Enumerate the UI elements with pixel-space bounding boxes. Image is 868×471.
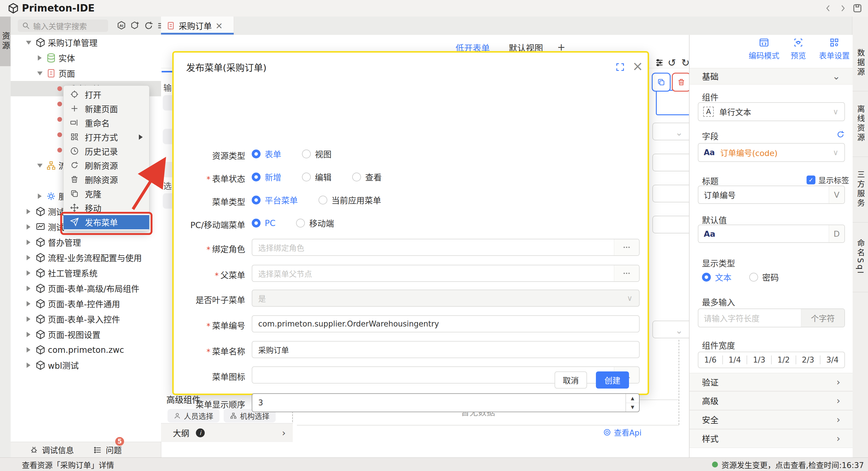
canvas-field-input[interactable]	[652, 185, 694, 202]
tree-item[interactable]: 实体	[11, 50, 161, 66]
radio-platform-menu[interactable]: 平台菜单	[252, 194, 298, 206]
create-button[interactable]: 创建	[596, 371, 629, 388]
tab-close-icon[interactable]	[215, 21, 223, 31]
title-suffix[interactable]: V	[829, 186, 844, 203]
radio-form[interactable]: 表单	[252, 148, 281, 160]
canvas-field-input[interactable]	[652, 216, 694, 233]
width-option[interactable]: 1/2	[772, 355, 796, 364]
radio-view[interactable]: 视图	[302, 148, 332, 160]
preview-button[interactable]: 预览	[790, 37, 806, 61]
section-style[interactable]: 样式	[689, 429, 852, 448]
radio-readonly[interactable]: 查看	[352, 171, 382, 183]
outline-options-icon[interactable]	[655, 58, 664, 67]
tab-purchase-order[interactable]: 采购订单	[161, 17, 234, 35]
tree-item[interactable]: wbl测试	[11, 357, 161, 373]
radio-pc[interactable]: PC	[252, 218, 275, 228]
person-select-chip[interactable]: 人员选择	[167, 409, 219, 422]
tree-item[interactable]: 社工管理系统	[11, 265, 161, 281]
delete-component-button[interactable]	[672, 73, 691, 92]
stepper-controls	[625, 394, 639, 412]
canvas-field-input[interactable]	[652, 154, 694, 171]
canvas-field-select[interactable]	[652, 123, 694, 140]
menu-item-open[interactable]: 打开	[64, 88, 149, 102]
section-security[interactable]: 安全	[689, 410, 852, 429]
menu-name-input[interactable]: 采购订单	[252, 341, 640, 358]
tree-item[interactable]: 页面-表单-录入控件	[11, 311, 161, 327]
rail-tab-resources[interactable]: 资源	[0, 17, 11, 66]
field-refresh-icon[interactable]	[836, 130, 845, 139]
width-option[interactable]: 1/3	[747, 355, 772, 364]
max-input-field[interactable]: 请输入字符长度 个字符	[698, 309, 845, 327]
selected-component-outline[interactable]	[656, 90, 693, 115]
fullscreen-icon[interactable]	[615, 62, 625, 72]
nav-forward-icon[interactable]	[838, 4, 847, 13]
tree-item[interactable]: 督办管理	[11, 234, 161, 250]
radio-edit[interactable]: 编辑	[302, 171, 332, 183]
width-option[interactable]: 1/6	[699, 355, 723, 364]
copy-component-button[interactable]	[652, 73, 671, 92]
radio-password[interactable]: 密码	[749, 271, 779, 283]
debug-info-button[interactable]: 调试信息	[30, 444, 74, 456]
leaf-menu-select[interactable]: 是	[252, 289, 640, 307]
module-cube-icon	[35, 329, 45, 340]
width-option[interactable]: 3/4	[820, 355, 844, 364]
menu-code-input[interactable]: com.primeton.supplier.OrderWarehousingen…	[252, 315, 640, 333]
stepper-up-icon[interactable]	[626, 394, 639, 403]
rail-tab-third-party-services[interactable]: 三方服务	[852, 157, 868, 222]
tree-item[interactable]: 页面-表单-控件通用	[11, 296, 161, 311]
canvas-field-select[interactable]	[652, 321, 694, 338]
radio-mobile[interactable]: 移动端	[296, 217, 334, 229]
picker-ellipsis-button[interactable]	[614, 265, 639, 281]
refresh-icon[interactable]	[144, 21, 154, 31]
show-label-checkbox[interactable]: 显示标签	[807, 174, 849, 185]
field-select[interactable]: Aa 订单编号(code)	[698, 143, 845, 162]
status-right-text[interactable]: 资源发生变更，点击查看,检查时间:16:37	[721, 459, 864, 470]
radio-current-app-menu[interactable]: 当前应用菜单	[318, 194, 381, 206]
radio-text[interactable]: 文本	[702, 271, 732, 283]
dialog-close-icon[interactable]	[632, 59, 643, 73]
component-select[interactable]: A 单行文本	[698, 102, 845, 121]
ai-assistant-icon[interactable]: AI	[116, 21, 126, 31]
title-input[interactable]: 订单编号 V	[698, 186, 845, 204]
cancel-button[interactable]: 取消	[555, 371, 587, 388]
problems-button[interactable]: 问题 5	[93, 444, 122, 456]
tree-item[interactable]: 页面-表单-高级/布局组件	[11, 281, 161, 296]
redo-icon[interactable]	[681, 57, 690, 68]
width-option[interactable]: 1/4	[723, 355, 747, 364]
bind-role-picker[interactable]: 选择绑定角色	[252, 239, 640, 256]
code-mode-button[interactable]: 编码模式	[749, 37, 779, 61]
menu-item-new-page[interactable]: 新建页面	[64, 102, 149, 116]
rail-tab-offline-resources[interactable]: 离线资源	[852, 91, 868, 157]
picker-ellipsis-button[interactable]	[614, 239, 639, 255]
menu-order-stepper[interactable]: 3	[252, 393, 640, 412]
nav-back-icon[interactable]	[824, 4, 833, 13]
rail-tab-datasource[interactable]: 数据源	[852, 35, 868, 91]
menu-item-rename[interactable]: 重命名	[64, 116, 149, 130]
module-cube-icon	[35, 283, 45, 293]
undo-icon[interactable]	[668, 57, 676, 68]
tree-item[interactable]: 采购订单管理	[11, 35, 161, 50]
default-value-input[interactable]: Aa D	[698, 225, 845, 243]
menu-item-open-with[interactable]: 打开方式	[64, 130, 149, 144]
tree-item[interactable]: 流程-业务流程配置与使用	[11, 250, 161, 265]
new-module-icon[interactable]	[130, 21, 140, 31]
rail-tab-named-sql[interactable]: 命名Sql	[852, 222, 868, 292]
search-input[interactable]: 输入关键字搜索	[18, 20, 108, 32]
section-advanced[interactable]: 高级	[689, 391, 852, 410]
outline-bar[interactable]: 大纲	[161, 423, 293, 442]
section-validation[interactable]: 验证	[689, 373, 852, 391]
parent-menu-picker[interactable]: 选择菜单父节点	[252, 265, 640, 282]
tree-item[interactable]: 页面	[11, 66, 161, 81]
tree-item[interactable]: 页面-视图设置	[11, 327, 161, 342]
tree-item[interactable]: com.primeton.zwc	[11, 342, 161, 357]
properties-panel: 编码模式 预览 表单设置 基础 组件 A 单行文本 字段 Aa 订单编号(cod…	[689, 35, 852, 458]
stepper-down-icon[interactable]	[626, 403, 639, 412]
section-basic[interactable]: 基础	[689, 68, 852, 85]
view-api-link[interactable]: 查看Api	[603, 427, 642, 438]
default-suffix[interactable]: D	[829, 225, 844, 242]
save-icon[interactable]	[852, 3, 863, 13]
form-settings-button[interactable]: 表单设置	[819, 37, 850, 61]
status-left-text[interactable]: 查看资源「采购订单」详情	[22, 459, 114, 470]
radio-new[interactable]: 新增	[252, 171, 281, 183]
width-option[interactable]: 2/3	[796, 355, 821, 364]
